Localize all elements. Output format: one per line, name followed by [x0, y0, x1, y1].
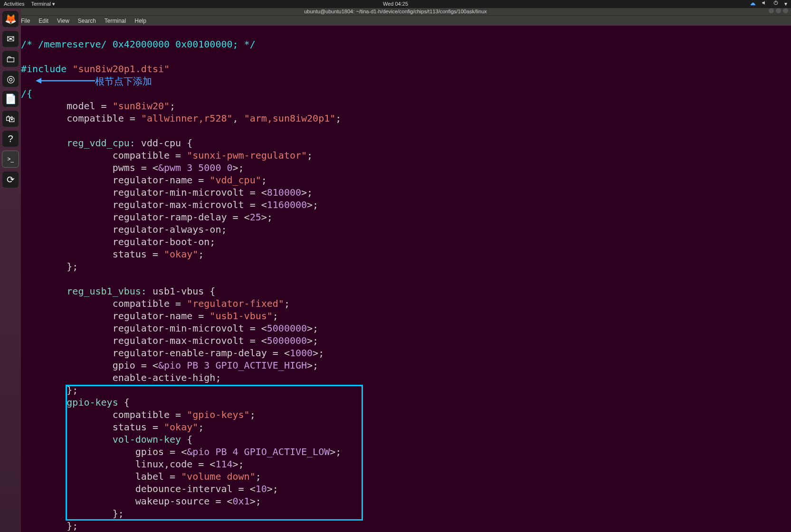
chevron-down-icon[interactable]: ▾: [784, 0, 787, 8]
rhythmbox-icon[interactable]: ◎: [2, 71, 19, 87]
code-node-label: reg_vdd_cpu:: [21, 137, 135, 149]
code-line: };: [21, 261, 78, 272]
code-str: "arm,sun8iw20p1": [244, 113, 336, 124]
code-line: regulator-min-microvolt = <: [21, 323, 267, 334]
code-line: regulator-always-on;: [21, 224, 227, 235]
code-str: "allwinner,r528": [141, 113, 233, 124]
code-line: compatible =: [21, 409, 187, 420]
code-line: regulator-max-microvolt = <: [21, 199, 267, 210]
code-line: };: [21, 508, 124, 519]
code-line: regulator-name =: [21, 174, 210, 186]
menu-help[interactable]: Help: [134, 18, 146, 24]
updater-icon[interactable]: ⟳: [2, 171, 19, 188]
menu-edit[interactable]: Edit: [38, 18, 48, 24]
code-line: status =: [21, 421, 164, 433]
code-line: };: [21, 384, 78, 396]
code-line: regulator-enable-ramp-delay = <: [21, 347, 290, 359]
editor-viewport[interactable]: /* /memreserve/ 0x42000000 0x00100000; *…: [21, 26, 791, 532]
files-icon[interactable]: 🗀: [2, 51, 19, 67]
svg-marker-3: [36, 78, 41, 84]
code-line: pwms = <: [21, 162, 158, 173]
libreoffice-icon[interactable]: 📄: [2, 91, 19, 107]
thunderbird-icon[interactable]: ✉: [2, 31, 19, 47]
code-root-open: /{: [21, 88, 32, 99]
software-icon[interactable]: 🛍: [2, 111, 19, 127]
firefox-icon[interactable]: 🦊: [2, 11, 19, 27]
code-line: compatible =: [21, 298, 187, 309]
network-icon[interactable]: [750, 0, 756, 8]
code-line: regulator-boot-on;: [21, 236, 215, 247]
help-icon[interactable]: ?: [2, 131, 19, 147]
code-line: regulator-ramp-delay = <: [21, 211, 250, 223]
code-line: compatible =: [21, 150, 187, 161]
window-title: ubuntu@ubuntu1804: ~/tina-d1-h/device/co…: [304, 9, 487, 14]
code-line: gpios = <: [21, 446, 187, 457]
code-line: gpio = <: [21, 360, 158, 371]
code-line: linux,code = <: [21, 458, 215, 470]
window-minimize-button[interactable]: [769, 8, 774, 13]
code-line: regulator-max-microvolt = <: [21, 335, 267, 346]
code-line: regulator-min-microvolt = <: [21, 187, 267, 198]
code-include-directive: #include: [21, 63, 67, 75]
window-titlebar: ubuntu@ubuntu1804: ~/tina-d1-h/device/co…: [0, 8, 791, 15]
code-node-label: vol-down-key: [21, 434, 181, 445]
code-line: debounce-interval = <: [21, 483, 256, 494]
code-line: compatible =: [21, 113, 141, 124]
activities-button[interactable]: Activities: [4, 0, 24, 8]
code-line: };: [21, 520, 78, 532]
app-indicator[interactable]: Terminal ▾: [31, 0, 55, 8]
menu-file[interactable]: File: [21, 18, 30, 24]
menu-search[interactable]: Search: [78, 18, 96, 24]
code-line: status =: [21, 248, 164, 260]
code-str: "sun8iw20": [113, 100, 170, 112]
desktop-topbar: Activities Terminal ▾ Wed 04:25 ▾: [0, 0, 791, 8]
code-include-path: "sun8iw20p1.dtsi": [72, 63, 170, 75]
power-icon[interactable]: [773, 0, 779, 8]
code-line: /* /memreserve/ 0x42000000 0x00100000; *…: [21, 38, 256, 50]
code-node-label: gpio-keys: [21, 397, 118, 408]
code-line: model =: [21, 100, 113, 112]
annotation-arrow: [36, 75, 97, 86]
code-line: enable-active-high;: [21, 372, 221, 383]
launcher-dock: 🦊 ✉ 🗀 ◎ 📄 🛍 ? >_ ⟳: [0, 8, 21, 532]
terminal-icon[interactable]: >_: [2, 151, 19, 168]
app-menubar: File Edit View Search Terminal Help: [0, 15, 791, 26]
code-node-label: reg_usb1_vbus:: [21, 285, 147, 297]
code-line: label =: [21, 471, 181, 482]
code-line: regulator-name =: [21, 310, 210, 322]
clock-label[interactable]: Wed 04:25: [383, 0, 408, 8]
menu-view[interactable]: View: [57, 18, 69, 24]
window-maximize-button[interactable]: [776, 8, 781, 13]
code-line: wakeup-source = <: [21, 495, 233, 507]
audio-icon[interactable]: [762, 0, 767, 8]
menu-terminal[interactable]: Terminal: [105, 18, 126, 24]
window-close-button[interactable]: [783, 8, 788, 13]
